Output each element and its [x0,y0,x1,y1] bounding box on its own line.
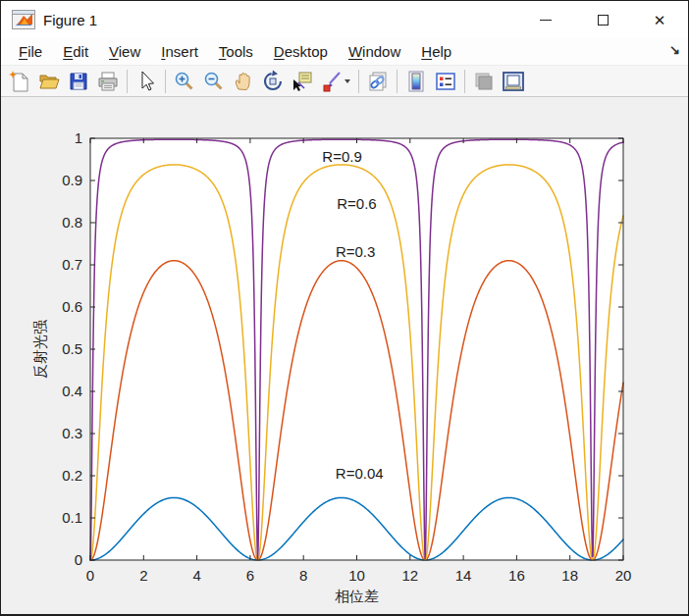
menu-insert[interactable]: Insert [153,40,206,63]
menu-edit[interactable]: Edit [55,40,96,63]
print-figure-button[interactable] [93,68,123,95]
y-tick-label: 0 [75,551,82,568]
annotation-R=0.04: R=0.04 [336,465,384,482]
dock-figure-arrow-icon[interactable]: ↘ [669,42,680,57]
x-tick-label: 12 [401,567,418,584]
y-tick-label: 0.6 [62,298,82,315]
menu-tools[interactable]: Tools [211,40,261,63]
y-tick-label: 0.4 [62,383,82,399]
annotation-R=0.3: R=0.3 [336,243,375,260]
printer-icon [96,70,120,93]
toolbar-separator [464,70,465,93]
rotate-3d-icon [261,70,285,93]
x-tick-label: 18 [561,567,578,584]
new-file-icon [8,70,31,93]
link-plot-button[interactable] [363,68,393,95]
y-tick-label: 0.3 [62,425,82,441]
data-cursor-button[interactable] [288,68,317,95]
zoom-out-icon [202,70,226,93]
y-tick-label: 0.8 [62,214,82,231]
annotation-R=0.9: R=0.9 [322,148,361,165]
x-axis-label: 相位差 [335,588,379,604]
x-tick-label: 6 [246,567,254,584]
y-tick-label: 1 [75,129,82,146]
data-cursor-icon [291,70,314,93]
menu-bar: FileEditViewInsertToolsDesktopWindowHelp… [1,38,688,66]
toolbar-separator [127,70,128,93]
save-figure-button[interactable] [64,68,93,95]
menu-view[interactable]: View [101,40,148,63]
y-axis-label: 反射光强 [31,320,48,379]
hide-plot-tools-icon [472,70,496,93]
matlab-figure-icon [12,10,35,29]
y-tick-label: 0.5 [62,340,82,357]
x-tick-label: 8 [299,567,307,584]
figure-canvas-area: 0246810121416182000.10.20.30.40.50.60.70… [1,97,688,614]
x-tick-label: 10 [348,567,365,584]
zoom-in-icon [173,70,196,93]
title-bar[interactable]: Figure 1 ✕ [1,1,688,38]
maximize-icon [598,15,609,26]
zoom-in-button[interactable] [170,68,199,95]
window-title: Figure 1 [43,12,97,28]
colorbar-icon [404,70,428,93]
y-tick-label: 0.9 [62,172,82,188]
brush-icon [320,70,351,93]
hide-plot-tools-button[interactable] [469,68,499,95]
axes-plot: 0246810121416182000.10.20.30.40.50.60.70… [1,97,688,615]
brush-data-button[interactable] [317,68,354,95]
menu-desktop[interactable]: Desktop [266,40,336,63]
pointer-arrow-icon [134,70,158,93]
x-tick-label: 0 [86,567,94,584]
menu-help[interactable]: Help [413,40,459,63]
x-tick-label: 2 [139,567,147,584]
x-tick-label: 14 [455,567,472,584]
y-tick-label: 0.2 [62,467,82,484]
x-tick-label: 4 [192,567,200,584]
close-button[interactable]: ✕ [631,1,688,38]
legend-icon [434,70,457,93]
toolbar-separator [397,70,398,93]
link-icon [366,70,390,93]
close-icon: ✕ [654,13,666,27]
show-plot-tools-icon [502,70,525,93]
menu-window[interactable]: Window [341,40,408,63]
toolbar [1,66,688,97]
hand-icon [232,70,255,93]
x-tick-label: 16 [508,567,525,584]
edit-plot-button[interactable] [132,68,161,95]
annotation-R=0.6: R=0.6 [337,195,376,212]
figure-window: Figure 1 ✕ FileEditViewInsertToolsDeskto… [0,0,689,616]
zoom-out-button[interactable] [199,68,229,95]
save-icon [67,70,90,93]
y-tick-label: 0.7 [62,256,82,273]
toolbar-separator [165,70,166,93]
y-tick-label: 0.1 [62,509,82,526]
new-figure-button[interactable] [5,68,34,95]
open-file-button[interactable] [34,68,64,95]
show-plot-tools-button[interactable] [499,68,528,95]
x-tick-label: 20 [615,567,632,584]
insert-colorbar-button[interactable] [401,68,431,95]
maximize-button[interactable] [574,1,631,38]
insert-legend-button[interactable] [431,68,460,95]
menu-file[interactable]: File [11,40,50,63]
rotate-3d-button[interactable] [258,68,288,95]
minimize-button[interactable] [517,1,574,38]
window-controls: ✕ [517,1,688,38]
minimize-icon [540,20,552,21]
pan-button[interactable] [229,68,258,95]
toolbar-separator [358,70,359,93]
open-folder-icon [37,70,61,93]
